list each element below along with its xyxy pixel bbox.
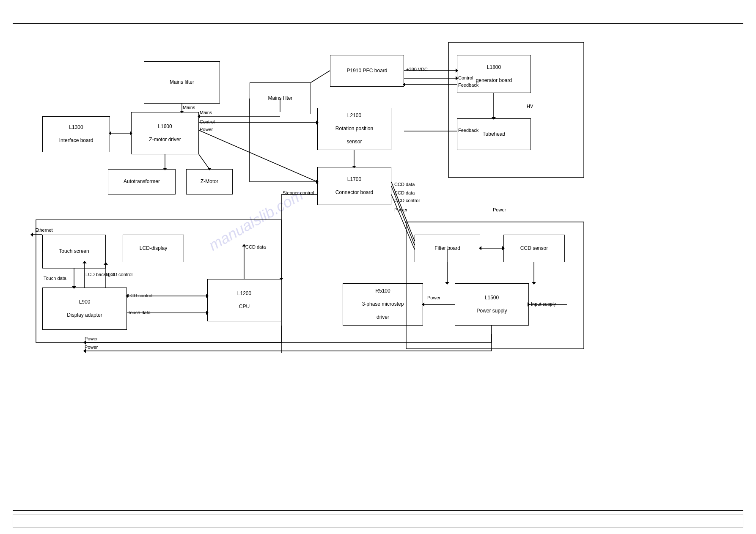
mains-filter-2-block: Mains filter [250, 82, 311, 114]
l1600-block: L1600 Z-motor driver [131, 112, 199, 154]
svg-marker-70 [30, 233, 33, 237]
l1300-block: L1300 Interface board [42, 116, 110, 152]
zmotor-label: Z-Motor [201, 178, 218, 185]
l1600-label2: Z-motor driver [149, 137, 181, 143]
power-5-label: Power [85, 336, 98, 341]
svg-marker-43 [532, 282, 536, 285]
control-label-1: Control [200, 119, 214, 124]
input-supply-label: Input supply [531, 301, 556, 307]
zmotor-block: Z-Motor [186, 169, 233, 194]
ccd-data-2-label: CCD data [394, 190, 415, 195]
l2100-block: L2100 Rotation position sensor [317, 108, 391, 150]
feedback-2-label: Feedback [458, 128, 478, 133]
lcd-display-label: LCD-display [140, 245, 167, 252]
hv-label: HV [527, 104, 533, 109]
ethernet-label: Ethernet [35, 227, 53, 233]
r5100-label1: R5100 [375, 288, 390, 295]
l900-block: L900 Display adapter [42, 288, 127, 330]
svg-marker-41 [445, 282, 449, 285]
autotransformer-label: Autotransformer [124, 178, 160, 185]
ccd-sensor-label: CCD sensor [520, 245, 548, 252]
l1700-label1: L1700 [347, 176, 361, 183]
l2100-label2: Rotation position [335, 126, 373, 132]
bottom-rule [13, 510, 743, 511]
l1300-label1: L1300 [69, 124, 83, 131]
svg-line-12 [311, 71, 330, 82]
l1300-label2: Interface board [59, 137, 93, 144]
tubehead-block: Tubehead [457, 118, 531, 150]
ccd-data-1-label: CCD data [394, 182, 415, 187]
l2100-label3: sensor [346, 139, 362, 145]
control-2-label: Control [458, 75, 473, 80]
filter-board-label: Filter board [434, 245, 460, 252]
power-6-label: Power [85, 345, 98, 350]
l1700-block: L1700 Connector board [317, 167, 391, 205]
ccd-sensor-block: CCD sensor [503, 235, 565, 262]
feedback-1-label: Feedback [458, 82, 478, 88]
l2100-label1: L2100 [347, 112, 361, 119]
l900-label1: L900 [79, 299, 91, 306]
mains-label-2: Mains [200, 110, 212, 115]
l1500-label1: L1500 [485, 295, 499, 301]
page: manualslib.com Mains filter Mains filter… [0, 0, 756, 534]
mains-filter-1-block: Mains filter [144, 61, 220, 104]
l1800-label2: generator board [476, 77, 512, 84]
touch-data-1-label: Touch data [44, 276, 66, 281]
power-3-label: Power [493, 207, 506, 212]
touch-screen-label: Touch screen [59, 248, 89, 255]
lcd-control-2-label: LCD control [128, 293, 152, 298]
r5100-label3: driver [377, 314, 389, 321]
l1700-label2: Connector board [335, 189, 373, 196]
l1500-block: L1500 Power supply [455, 283, 529, 326]
mains-label-1: Mains [183, 105, 195, 110]
power-2-label: Power [394, 207, 407, 212]
tubehead-label: Tubehead [483, 131, 506, 138]
ccd-control-label: CCD control [394, 198, 420, 203]
power-label-1: Power [200, 127, 213, 132]
touch-data-2-label: Touch data [128, 310, 151, 315]
r5100-label2: 3-phase microstep [362, 301, 404, 308]
filter-board-block: Filter board [415, 235, 480, 262]
stepper-control-label: Stepper control [283, 190, 314, 195]
svg-line-7 [199, 154, 209, 169]
ccd-data-3-label: CCD data [245, 244, 266, 249]
lcd-display-block: LCD-display [123, 235, 184, 262]
l1500-label2: Power supply [476, 308, 507, 315]
mains-filter-2-label: Mains filter [268, 95, 292, 102]
l1200-label1: L1200 [237, 290, 251, 297]
l900-label2: Display adapter [67, 312, 102, 319]
l1200-block: L1200 CPU [207, 279, 281, 321]
vdc380-label: +380 VDC [406, 67, 428, 72]
autotransformer-block: Autotransformer [108, 169, 176, 194]
r5100-block: R5100 3-phase microstep driver [343, 283, 423, 326]
p1910-label: P1910 PFC board [346, 68, 387, 74]
top-rule [13, 23, 743, 24]
mains-filter-1-label: Mains filter [170, 79, 194, 86]
p1910-block: P1910 PFC board [330, 55, 404, 87]
l1800-label1: L1800 [487, 64, 501, 71]
l1600-label1: L1600 [158, 123, 172, 130]
bottom-bar [13, 514, 743, 528]
lcd-control-1-label: LCD control [108, 272, 132, 277]
l1200-label2: CPU [239, 304, 250, 310]
power-4-label: Power [427, 295, 440, 300]
touch-screen-block: Touch screen [42, 235, 106, 268]
